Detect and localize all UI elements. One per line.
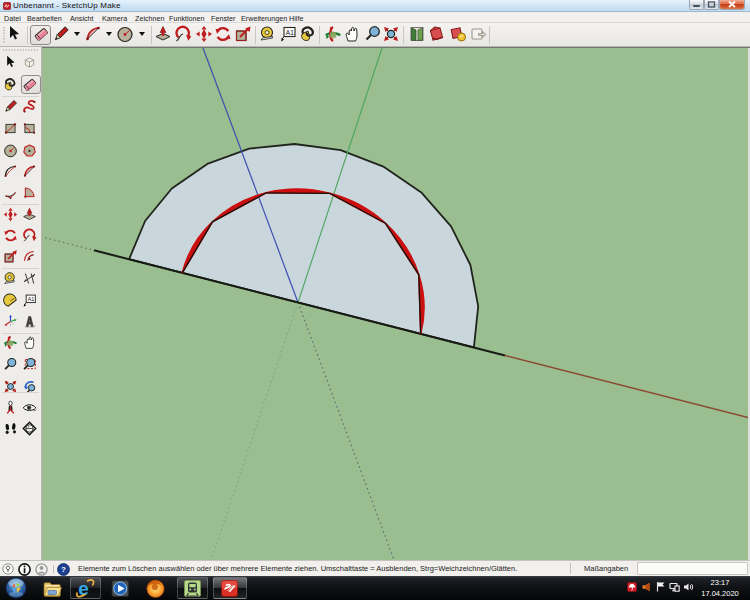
svg-text:?: ?: [61, 565, 66, 574]
svg-text:A1: A1: [28, 296, 35, 302]
svg-text:A1: A1: [286, 29, 294, 36]
